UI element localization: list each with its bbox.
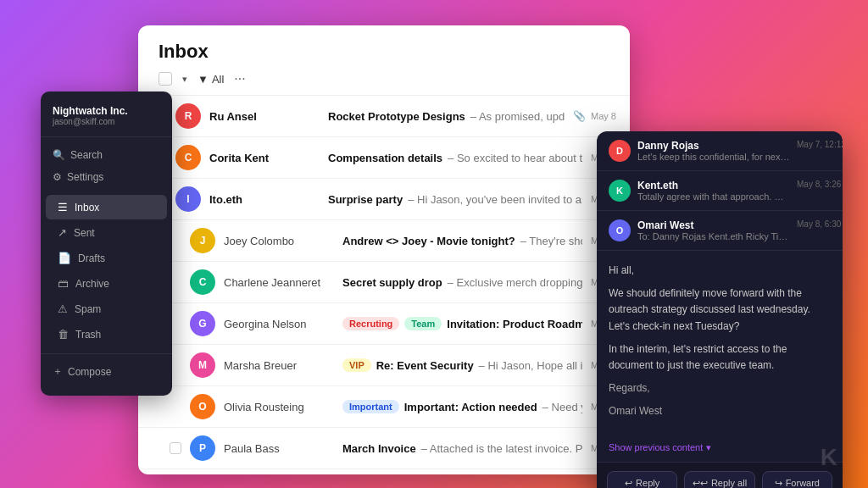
action-label: Forward (786, 478, 820, 488)
sidebar-item-sent[interactable]: ↗Sent (46, 220, 167, 245)
email-subject: Re: Event Security (376, 359, 474, 372)
email-preview: – They're showing Mac... (520, 235, 582, 247)
email-content: Surprise party – Hi Jason, you've been i… (328, 193, 582, 206)
drafts-icon: 📄 (58, 252, 71, 264)
email-sender: Marsha Breuer (224, 359, 334, 372)
sidebar-item-label: Archive (75, 278, 109, 290)
sidebar-item-archive[interactable]: 🗃Archive (46, 271, 167, 296)
email-row[interactable]: M Marsha Breuer VIP Re: Event Security –… (138, 345, 630, 386)
email-row[interactable]: R Ru Ansel Rocket Prototype Designs – As… (138, 96, 630, 137)
thread-sender: Danny Rojas (637, 140, 790, 152)
sidebar-settings-item[interactable]: ⚙ Settings (41, 166, 172, 188)
sidebar-item-label: Trash (75, 329, 101, 341)
sidebar-item-drafts[interactable]: 📄Drafts (46, 246, 167, 270)
email-subject: March Invoice (342, 442, 416, 455)
email-row[interactable]: I Ito.eth Surprise party – Hi Jason, you… (138, 179, 630, 220)
email-preview: – Hi Jason, Hope all is well. (479, 359, 582, 372)
inbox-title: Inbox (159, 41, 609, 63)
email-body: Hi all, We should definitely move forwar… (597, 251, 843, 439)
show-previous-button[interactable]: Show previous content ▾ (597, 439, 843, 462)
avatar: P (190, 435, 215, 461)
thread-list: D Danny Rojas Let's keep this confidenti… (597, 131, 843, 251)
compose-label: Compose (68, 366, 111, 378)
body-regards: Regards, (609, 380, 831, 396)
select-all-checkbox[interactable] (159, 72, 172, 86)
email-row[interactable]: O Olivia Rousteing Important Important: … (138, 386, 630, 428)
email-sender: Paula Bass (224, 442, 334, 455)
email-sender: Ru Ansel (209, 110, 320, 123)
compose-button[interactable]: ＋ Compose (41, 353, 172, 385)
trash-icon: 🗑 (58, 328, 69, 341)
thread-item[interactable]: K Kent.eth Totally agree with that appro… (597, 171, 843, 211)
show-prev-label: Show previous content (609, 442, 703, 452)
avatar: J (190, 228, 215, 253)
avatar: C (175, 145, 201, 170)
email-content: March Invoice – Attached is the latest i… (342, 442, 582, 455)
inbox-panel: Inbox ▾ ▼ All ··· R Ru Ansel Rocket Prot… (138, 25, 630, 474)
more-options-button[interactable]: ··· (234, 71, 245, 86)
body-para1: We should definitely move forward with t… (609, 286, 831, 335)
forward-icon: ↪ (775, 478, 782, 489)
thread-item[interactable]: D Danny Rojas Let's keep this confidenti… (597, 131, 843, 171)
email-row[interactable]: C Charlene Jeanneret Secret supply drop … (138, 262, 630, 303)
thread-date: May 8, 3:26 PM (797, 180, 843, 189)
email-tag: Team (404, 317, 442, 330)
sidebar-header: Nightwatch Inc. jason@skiff.com (41, 102, 172, 137)
reply-button[interactable]: ↩Reply (607, 471, 677, 489)
email-content: Secret supply drop – Exclusive merch dro… (342, 276, 582, 289)
email-preview: – Hi Jason, you've been invited to an ev… (408, 193, 582, 206)
avatar: R (175, 103, 201, 129)
email-sender: Joey Colombo (224, 235, 334, 247)
action-label: Reply all (711, 478, 747, 488)
email-subject: Surprise party (328, 193, 403, 206)
sent-icon: ↗ (58, 226, 67, 239)
email-meta: 📎 May 8 (573, 110, 616, 122)
email-date: May 8 (591, 111, 616, 121)
thread-avatar: O (609, 219, 631, 241)
avatar: M (190, 352, 215, 378)
email-sender: Georgina Nelson (224, 318, 334, 330)
email-content: Andrew <> Joey - Movie tonight? – They'r… (342, 235, 582, 247)
thread-item[interactable]: O Omari West To: Danny Rojas Kent.eth Ri… (597, 211, 843, 250)
email-row[interactable]: P Paula Bass March Invoice – Attached is… (138, 428, 630, 469)
email-row[interactable]: C Corita Kent Compensation details – So … (138, 137, 630, 179)
email-sender: Corita Kent (209, 152, 320, 164)
email-row[interactable]: G Georgina Nelson RecrutingTeam Invitati… (138, 303, 630, 345)
email-sender: Charlene Jeanneret (224, 276, 334, 289)
inbox-toolbar: ▾ ▼ All ··· (159, 71, 609, 86)
filter-button[interactable]: ▼ All (198, 73, 224, 86)
thread-avatar: D (609, 140, 631, 162)
body-para2: In the interim, let's restrict access to… (609, 341, 831, 374)
avatar: I (175, 186, 201, 212)
email-subject: Compensation details (328, 152, 442, 164)
email-content: RecrutingTeam Invitation: Product Roadma… (342, 317, 582, 330)
email-tag: VIP (342, 358, 371, 372)
thread-date: May 7, 12:12 PM (797, 140, 843, 149)
email-subject: Andrew <> Joey - Movie tonight? (342, 235, 515, 247)
filter-icon: ▼ (198, 73, 209, 86)
email-subject: Secret supply drop (342, 276, 442, 289)
email-row[interactable]: S Syd Belle Interview – Hi Jason, Next t… (138, 469, 630, 474)
sidebar-item-trash[interactable]: 🗑Trash (46, 322, 167, 347)
email-row[interactable]: J Joey Colombo Andrew <> Joey - Movie to… (138, 220, 630, 262)
chevron-down-icon[interactable]: ▾ (182, 74, 187, 85)
inbox-header: Inbox ▾ ▼ All ··· (138, 25, 630, 96)
inbox-icon: ☰ (58, 201, 68, 214)
forward-button[interactable]: ↪Forward (762, 471, 832, 489)
reply-all-button[interactable]: ↩↩Reply all (684, 471, 754, 489)
thread-preview: To: Danny Rojas Kent.eth Ricky Tiaci (637, 231, 790, 241)
email-tag: Recruting (342, 317, 399, 330)
sidebar-item-inbox[interactable]: ☰Inbox (46, 195, 167, 219)
sidebar-item-spam[interactable]: ⚠Spam (46, 297, 167, 321)
email-list: R Ru Ansel Rocket Prototype Designs – As… (138, 96, 630, 474)
email-checkbox[interactable] (170, 442, 181, 454)
search-icon: 🔍 (53, 149, 65, 161)
email-subject: Rocket Prototype Designs (328, 110, 465, 123)
sidebar-search-item[interactable]: 🔍 Search (41, 144, 172, 166)
sidebar-item-label: Sent (74, 227, 95, 239)
thread-info: Danny Rojas Let's keep this confidential… (637, 140, 790, 162)
email-content: Compensation details – So excited to hea… (328, 152, 582, 164)
thread-sender: Kent.eth (637, 180, 790, 191)
filter-label: All (212, 73, 224, 86)
email-actions: ↩Reply↩↩Reply all↪Forward (597, 462, 843, 489)
